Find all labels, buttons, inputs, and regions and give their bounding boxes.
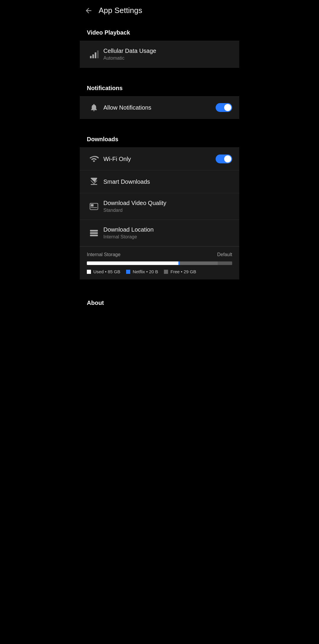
storage-label: Internal Storage <box>87 252 121 257</box>
notifications-section-header: Notifications <box>80 77 239 96</box>
wifi-only-title: Wi-Fi Only <box>103 156 216 162</box>
download-video-quality-content: Download Video Quality Standard <box>103 200 232 213</box>
allow-notifications-item: Allow Notifications <box>80 96 239 119</box>
wifi-toggle-slider <box>216 155 232 163</box>
storage-section: Internal Storage Default Used • 85 GB Ne… <box>80 246 239 279</box>
about-section-header: About <box>80 291 239 311</box>
free-dot <box>164 270 168 274</box>
page-title: App Settings <box>99 6 142 15</box>
wifi-icon <box>87 154 101 164</box>
video-playback-section-header: Video Playback <box>80 21 239 41</box>
storage-used-bar <box>87 261 178 265</box>
svg-rect-3 <box>97 50 99 58</box>
downloads-section-header: Downloads <box>80 128 239 147</box>
storage-header: Internal Storage Default <box>87 252 232 257</box>
free-legend-label: Free • 29 GB <box>170 269 196 274</box>
svg-rect-2 <box>95 52 96 58</box>
download-video-quality-title: Download Video Quality <box>103 200 232 206</box>
cellular-data-usage-item[interactable]: Cellular Data Usage Automatic <box>80 41 239 68</box>
wifi-only-toggle[interactable] <box>216 155 232 163</box>
cellular-data-subtitle: Automatic <box>103 56 232 61</box>
download-video-quality-subtitle: Standard <box>103 208 232 213</box>
signal-icon <box>87 50 101 59</box>
smart-downloads-title: Smart Downloads <box>103 178 232 185</box>
video-quality-icon <box>87 202 101 211</box>
storage-default-label: Default <box>217 252 232 257</box>
netflix-dot <box>126 270 130 274</box>
video-playback-label: Video Playback <box>87 29 130 36</box>
wifi-only-item: Wi-Fi Only <box>80 147 239 170</box>
svg-rect-0 <box>90 56 92 58</box>
allow-notifications-title: Allow Notifications <box>103 104 216 111</box>
used-dot <box>87 270 91 274</box>
smart-downloads-content: Smart Downloads <box>103 178 232 185</box>
storage-legend: Used • 85 GB Netflix • 20 B Free • 29 GB <box>87 269 232 274</box>
smart-downloads-item[interactable]: Smart Downloads <box>80 170 239 193</box>
storage-icon <box>87 228 101 238</box>
svg-rect-1 <box>92 54 94 58</box>
svg-rect-9 <box>90 235 98 236</box>
netflix-legend-item: Netflix • 20 B <box>126 269 158 274</box>
storage-free-bar <box>180 261 218 265</box>
download-location-title: Download Location <box>103 226 232 233</box>
cellular-data-content: Cellular Data Usage Automatic <box>103 48 232 61</box>
about-label: About <box>87 300 104 306</box>
allow-notifications-toggle[interactable] <box>216 103 232 112</box>
wifi-only-content: Wi-Fi Only <box>103 156 216 162</box>
toggle-slider <box>216 103 232 112</box>
svg-rect-6 <box>91 207 97 208</box>
used-legend-item: Used • 85 GB <box>87 269 120 274</box>
netflix-legend-label: Netflix • 20 B <box>133 269 158 274</box>
cellular-data-title: Cellular Data Usage <box>103 48 232 54</box>
free-legend-item: Free • 29 GB <box>164 269 196 274</box>
svg-rect-8 <box>90 232 98 234</box>
back-button[interactable] <box>84 6 93 15</box>
download-location-content: Download Location Internal Storage <box>103 226 232 240</box>
download-stack-icon <box>87 177 101 186</box>
download-location-item[interactable]: Download Location Internal Storage <box>80 220 239 246</box>
download-video-quality-item[interactable]: Download Video Quality Standard <box>80 193 239 220</box>
download-location-subtitle: Internal Storage <box>103 234 232 240</box>
svg-rect-5 <box>91 204 93 206</box>
storage-bar <box>87 261 232 265</box>
allow-notifications-content: Allow Notifications <box>103 104 216 111</box>
svg-rect-7 <box>90 230 98 231</box>
app-header: App Settings <box>80 0 239 21</box>
bell-icon <box>87 103 101 112</box>
notifications-label: Notifications <box>87 85 123 91</box>
downloads-label: Downloads <box>87 136 118 142</box>
used-legend-label: Used • 85 GB <box>93 269 120 274</box>
